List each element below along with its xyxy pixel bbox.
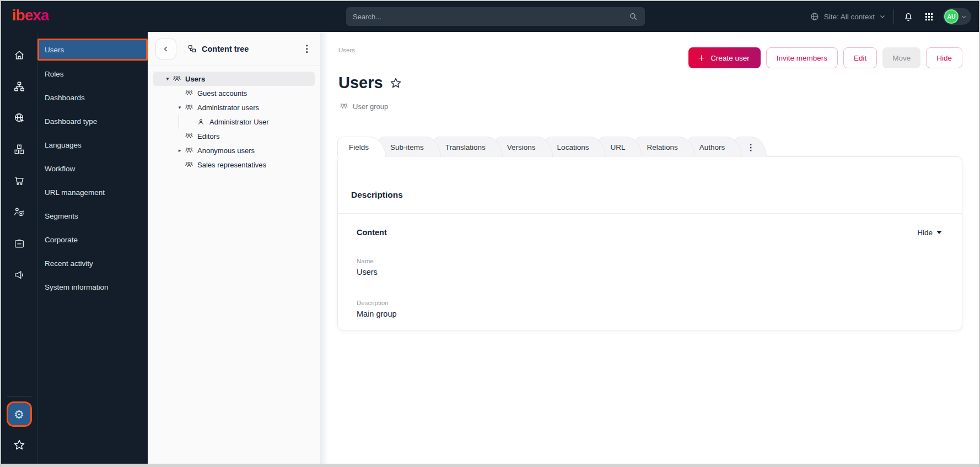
sidebar-item-workflow[interactable]: Workflow: [37, 157, 148, 181]
search-input[interactable]: [353, 13, 628, 21]
sidebar-item-label: System information: [45, 283, 109, 291]
rail-item-bookmarks[interactable]: [8, 434, 30, 456]
home-icon: [13, 49, 25, 61]
sidebar-item-segments[interactable]: Segments: [37, 204, 148, 228]
user-menu[interactable]: AU: [943, 8, 971, 25]
tree-node-users[interactable]: ▾ Users: [153, 72, 315, 86]
tree-node-label: Editors: [197, 132, 219, 140]
field-label-description: Description: [351, 300, 942, 306]
sidebar-item-roles[interactable]: Roles: [37, 62, 148, 86]
cart-icon: [13, 175, 25, 187]
content-type-row: User group: [340, 102, 388, 111]
global-search[interactable]: [346, 7, 645, 26]
tab-translations[interactable]: Translations: [434, 137, 503, 157]
site-context-selector[interactable]: Site: All context: [810, 12, 886, 21]
caret-expanded-icon[interactable]: ▾: [175, 105, 184, 110]
sidebar-item-label: Dashboard type: [45, 117, 97, 126]
tab-relations[interactable]: Relations: [635, 137, 694, 157]
notifications-button[interactable]: [902, 10, 915, 23]
collapse-section-toggle[interactable]: Hide: [917, 229, 942, 237]
sidebar-item-label: Dashboards: [45, 94, 85, 102]
content-tree-title: Content tree: [202, 45, 249, 53]
rail-item-corporate[interactable]: [8, 232, 30, 254]
gear-icon: ⚙: [14, 409, 24, 420]
sidebar-item-corporate[interactable]: Corporate: [37, 228, 148, 252]
sidebar-item-dashboard-type[interactable]: Dashboard type: [37, 110, 148, 133]
globe-cursor-icon: [13, 112, 25, 124]
star-icon: [13, 438, 26, 452]
tree-guide-line: [179, 115, 179, 129]
hide-button[interactable]: Hide: [926, 47, 962, 68]
sidebar-item-label: URL management: [45, 188, 105, 197]
move-button[interactable]: Move: [882, 47, 920, 68]
person-target-icon: [13, 206, 25, 218]
site-context-label: Site: All context: [824, 13, 875, 21]
tree-node-administrator-user[interactable]: Administrator User: [153, 115, 315, 129]
caret-down-icon: [936, 231, 942, 234]
rail-bottom-group: ⚙: [1, 396, 37, 456]
rail-item-customer-targeting[interactable]: [8, 201, 30, 223]
tree-node-administrator-users[interactable]: ▾ Administrator users: [153, 100, 315, 115]
top-bar: ibexa Site: All context A: [1, 1, 979, 32]
rail-item-site-management[interactable]: [8, 107, 30, 129]
sidebar-item-label: Roles: [45, 70, 64, 78]
content-tree-header: Content tree ⋮: [148, 32, 320, 66]
tree-node-editors[interactable]: Editors: [153, 129, 315, 143]
fields-card: Descriptions Content Hide Name Users Des…: [337, 156, 962, 330]
sidebar-item-languages[interactable]: Languages: [37, 133, 148, 157]
rail-item-marketing[interactable]: [8, 264, 30, 286]
rail-item-settings[interactable]: ⚙: [8, 403, 30, 425]
tab-versions[interactable]: Versions: [496, 137, 553, 157]
globe-icon: [810, 12, 820, 21]
app-window: ibexa Site: All context A: [0, 0, 980, 467]
sidebar-item-url-management[interactable]: URL management: [37, 181, 148, 204]
edit-button[interactable]: Edit: [843, 47, 877, 68]
sidebar-item-users[interactable]: Users: [37, 39, 148, 61]
create-user-button[interactable]: Create user: [688, 47, 761, 68]
create-user-label: Create user: [710, 54, 750, 62]
user-group-icon: [184, 132, 193, 140]
tree-node-label: Anonymous users: [197, 146, 255, 155]
sidebar-item-dashboards[interactable]: Dashboards: [37, 86, 148, 110]
tree-node-anonymous-users[interactable]: ▸ Anonymous users: [153, 143, 315, 158]
tree-node-label: Users: [185, 75, 205, 83]
plus-icon: [697, 54, 706, 62]
rail-item-product-catalog[interactable]: [8, 138, 30, 160]
tab-fields[interactable]: Fields: [337, 137, 386, 158]
content-tree-icon: [187, 44, 197, 53]
topbar-divider: [893, 9, 894, 24]
sidebar-item-system-information[interactable]: System information: [37, 275, 148, 299]
tab-sub-items[interactable]: Sub-items: [379, 137, 441, 157]
rail-item-commerce[interactable]: [8, 170, 30, 192]
rail-item-content-structure[interactable]: [8, 75, 30, 97]
sidebar-item-recent-activity[interactable]: Recent activity: [37, 252, 148, 275]
collapse-tree-button[interactable]: [155, 39, 176, 59]
user-group-icon: [184, 103, 193, 112]
chevron-down-icon: [961, 14, 967, 20]
caret-expanded-icon[interactable]: ▾: [163, 76, 172, 82]
tree-node-sales-representatives[interactable]: Sales representatives: [153, 158, 315, 172]
sidebar-item-label: Users: [45, 46, 64, 54]
tree-options-kebab[interactable]: ⋮: [302, 44, 311, 53]
breadcrumb[interactable]: Users: [338, 47, 355, 53]
grid-icon: [924, 12, 934, 22]
user-group-icon: [172, 74, 181, 83]
bookmark-star-button[interactable]: [389, 77, 402, 90]
icon-rail: ⚙: [1, 32, 37, 464]
caret-collapsed-icon[interactable]: ▸: [175, 148, 184, 153]
chevron-left-icon: [161, 45, 170, 53]
content-tree-list: ▾ Users Guest accounts ▾: [148, 66, 320, 177]
tree-node-guest-accounts[interactable]: Guest accounts: [153, 86, 315, 100]
search-icon[interactable]: [628, 12, 638, 21]
tab-authors[interactable]: Authors: [688, 137, 742, 157]
sidebar-item-label: Languages: [45, 141, 82, 149]
tab-locations[interactable]: Locations: [546, 137, 606, 157]
rail-item-home[interactable]: [8, 44, 30, 66]
sitemap-icon: [13, 80, 25, 93]
field-value-description: Main group: [351, 309, 942, 318]
content-group-heading: Content: [357, 228, 387, 237]
bell-icon: [903, 11, 914, 22]
app-switcher-button[interactable]: [923, 10, 935, 23]
megaphone-icon: [13, 269, 25, 281]
invite-members-button[interactable]: Invite members: [766, 47, 838, 68]
